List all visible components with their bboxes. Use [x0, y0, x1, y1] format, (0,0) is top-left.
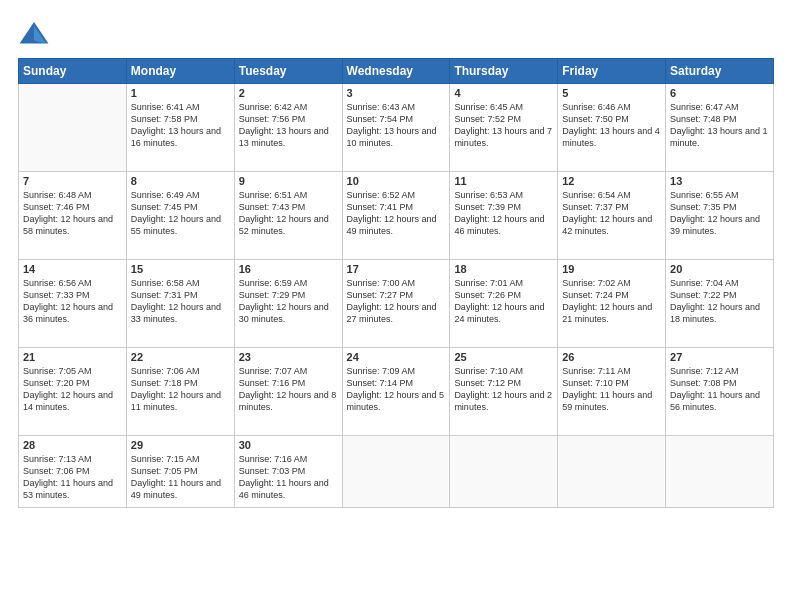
day-number: 16: [239, 263, 338, 275]
day-number: 8: [131, 175, 230, 187]
col-header-friday: Friday: [558, 59, 666, 84]
day-info: Sunrise: 7:12 AMSunset: 7:08 PMDaylight:…: [670, 365, 769, 414]
day-number: 5: [562, 87, 661, 99]
day-cell: 6Sunrise: 6:47 AMSunset: 7:48 PMDaylight…: [666, 84, 774, 172]
day-number: 1: [131, 87, 230, 99]
logo-icon: [18, 18, 50, 50]
day-cell: 2Sunrise: 6:42 AMSunset: 7:56 PMDaylight…: [234, 84, 342, 172]
calendar-table: SundayMondayTuesdayWednesdayThursdayFrid…: [18, 58, 774, 508]
week-row-1: 1Sunrise: 6:41 AMSunset: 7:58 PMDaylight…: [19, 84, 774, 172]
day-cell: [19, 84, 127, 172]
day-cell: 30Sunrise: 7:16 AMSunset: 7:03 PMDayligh…: [234, 436, 342, 508]
day-number: 25: [454, 351, 553, 363]
day-number: 19: [562, 263, 661, 275]
day-number: 7: [23, 175, 122, 187]
day-cell: 5Sunrise: 6:46 AMSunset: 7:50 PMDaylight…: [558, 84, 666, 172]
day-number: 11: [454, 175, 553, 187]
day-number: 26: [562, 351, 661, 363]
day-cell: 18Sunrise: 7:01 AMSunset: 7:26 PMDayligh…: [450, 260, 558, 348]
col-header-monday: Monday: [126, 59, 234, 84]
day-cell: 24Sunrise: 7:09 AMSunset: 7:14 PMDayligh…: [342, 348, 450, 436]
day-info: Sunrise: 7:16 AMSunset: 7:03 PMDaylight:…: [239, 453, 338, 502]
day-cell: 20Sunrise: 7:04 AMSunset: 7:22 PMDayligh…: [666, 260, 774, 348]
day-number: 30: [239, 439, 338, 451]
day-cell: 8Sunrise: 6:49 AMSunset: 7:45 PMDaylight…: [126, 172, 234, 260]
week-row-3: 14Sunrise: 6:56 AMSunset: 7:33 PMDayligh…: [19, 260, 774, 348]
day-cell: 4Sunrise: 6:45 AMSunset: 7:52 PMDaylight…: [450, 84, 558, 172]
day-info: Sunrise: 6:51 AMSunset: 7:43 PMDaylight:…: [239, 189, 338, 238]
week-row-5: 28Sunrise: 7:13 AMSunset: 7:06 PMDayligh…: [19, 436, 774, 508]
day-info: Sunrise: 7:02 AMSunset: 7:24 PMDaylight:…: [562, 277, 661, 326]
day-cell: 25Sunrise: 7:10 AMSunset: 7:12 PMDayligh…: [450, 348, 558, 436]
day-info: Sunrise: 7:04 AMSunset: 7:22 PMDaylight:…: [670, 277, 769, 326]
week-row-4: 21Sunrise: 7:05 AMSunset: 7:20 PMDayligh…: [19, 348, 774, 436]
day-info: Sunrise: 7:10 AMSunset: 7:12 PMDaylight:…: [454, 365, 553, 414]
day-number: 29: [131, 439, 230, 451]
day-number: 17: [347, 263, 446, 275]
day-cell: [666, 436, 774, 508]
day-cell: [450, 436, 558, 508]
day-info: Sunrise: 7:06 AMSunset: 7:18 PMDaylight:…: [131, 365, 230, 414]
day-cell: 17Sunrise: 7:00 AMSunset: 7:27 PMDayligh…: [342, 260, 450, 348]
day-info: Sunrise: 6:52 AMSunset: 7:41 PMDaylight:…: [347, 189, 446, 238]
day-info: Sunrise: 7:01 AMSunset: 7:26 PMDaylight:…: [454, 277, 553, 326]
day-number: 10: [347, 175, 446, 187]
day-info: Sunrise: 6:46 AMSunset: 7:50 PMDaylight:…: [562, 101, 661, 150]
day-info: Sunrise: 6:41 AMSunset: 7:58 PMDaylight:…: [131, 101, 230, 150]
day-info: Sunrise: 6:55 AMSunset: 7:35 PMDaylight:…: [670, 189, 769, 238]
day-cell: 12Sunrise: 6:54 AMSunset: 7:37 PMDayligh…: [558, 172, 666, 260]
day-info: Sunrise: 7:07 AMSunset: 7:16 PMDaylight:…: [239, 365, 338, 414]
week-row-2: 7Sunrise: 6:48 AMSunset: 7:46 PMDaylight…: [19, 172, 774, 260]
day-cell: 27Sunrise: 7:12 AMSunset: 7:08 PMDayligh…: [666, 348, 774, 436]
day-info: Sunrise: 6:42 AMSunset: 7:56 PMDaylight:…: [239, 101, 338, 150]
day-info: Sunrise: 6:54 AMSunset: 7:37 PMDaylight:…: [562, 189, 661, 238]
day-number: 28: [23, 439, 122, 451]
day-cell: 7Sunrise: 6:48 AMSunset: 7:46 PMDaylight…: [19, 172, 127, 260]
day-cell: 26Sunrise: 7:11 AMSunset: 7:10 PMDayligh…: [558, 348, 666, 436]
col-header-saturday: Saturday: [666, 59, 774, 84]
calendar-header-row: SundayMondayTuesdayWednesdayThursdayFrid…: [19, 59, 774, 84]
day-info: Sunrise: 6:45 AMSunset: 7:52 PMDaylight:…: [454, 101, 553, 150]
day-number: 22: [131, 351, 230, 363]
day-info: Sunrise: 6:49 AMSunset: 7:45 PMDaylight:…: [131, 189, 230, 238]
day-info: Sunrise: 6:53 AMSunset: 7:39 PMDaylight:…: [454, 189, 553, 238]
col-header-tuesday: Tuesday: [234, 59, 342, 84]
day-cell: 1Sunrise: 6:41 AMSunset: 7:58 PMDaylight…: [126, 84, 234, 172]
day-cell: 22Sunrise: 7:06 AMSunset: 7:18 PMDayligh…: [126, 348, 234, 436]
day-number: 9: [239, 175, 338, 187]
col-header-thursday: Thursday: [450, 59, 558, 84]
day-number: 6: [670, 87, 769, 99]
day-cell: 21Sunrise: 7:05 AMSunset: 7:20 PMDayligh…: [19, 348, 127, 436]
day-number: 12: [562, 175, 661, 187]
logo: [18, 18, 54, 50]
day-info: Sunrise: 7:13 AMSunset: 7:06 PMDaylight:…: [23, 453, 122, 502]
day-number: 2: [239, 87, 338, 99]
day-cell: 9Sunrise: 6:51 AMSunset: 7:43 PMDaylight…: [234, 172, 342, 260]
day-number: 21: [23, 351, 122, 363]
day-number: 27: [670, 351, 769, 363]
day-number: 13: [670, 175, 769, 187]
day-number: 15: [131, 263, 230, 275]
day-info: Sunrise: 6:43 AMSunset: 7:54 PMDaylight:…: [347, 101, 446, 150]
page: SundayMondayTuesdayWednesdayThursdayFrid…: [0, 0, 792, 612]
day-info: Sunrise: 6:47 AMSunset: 7:48 PMDaylight:…: [670, 101, 769, 150]
day-info: Sunrise: 7:09 AMSunset: 7:14 PMDaylight:…: [347, 365, 446, 414]
day-cell: [342, 436, 450, 508]
col-header-sunday: Sunday: [19, 59, 127, 84]
day-info: Sunrise: 7:00 AMSunset: 7:27 PMDaylight:…: [347, 277, 446, 326]
day-cell: 19Sunrise: 7:02 AMSunset: 7:24 PMDayligh…: [558, 260, 666, 348]
day-cell: 29Sunrise: 7:15 AMSunset: 7:05 PMDayligh…: [126, 436, 234, 508]
day-cell: 3Sunrise: 6:43 AMSunset: 7:54 PMDaylight…: [342, 84, 450, 172]
day-info: Sunrise: 7:11 AMSunset: 7:10 PMDaylight:…: [562, 365, 661, 414]
header: [18, 18, 774, 50]
day-cell: 14Sunrise: 6:56 AMSunset: 7:33 PMDayligh…: [19, 260, 127, 348]
day-cell: 16Sunrise: 6:59 AMSunset: 7:29 PMDayligh…: [234, 260, 342, 348]
day-info: Sunrise: 6:48 AMSunset: 7:46 PMDaylight:…: [23, 189, 122, 238]
day-number: 18: [454, 263, 553, 275]
day-cell: 11Sunrise: 6:53 AMSunset: 7:39 PMDayligh…: [450, 172, 558, 260]
day-number: 20: [670, 263, 769, 275]
day-info: Sunrise: 7:05 AMSunset: 7:20 PMDaylight:…: [23, 365, 122, 414]
day-cell: 15Sunrise: 6:58 AMSunset: 7:31 PMDayligh…: [126, 260, 234, 348]
day-cell: 13Sunrise: 6:55 AMSunset: 7:35 PMDayligh…: [666, 172, 774, 260]
day-info: Sunrise: 6:58 AMSunset: 7:31 PMDaylight:…: [131, 277, 230, 326]
